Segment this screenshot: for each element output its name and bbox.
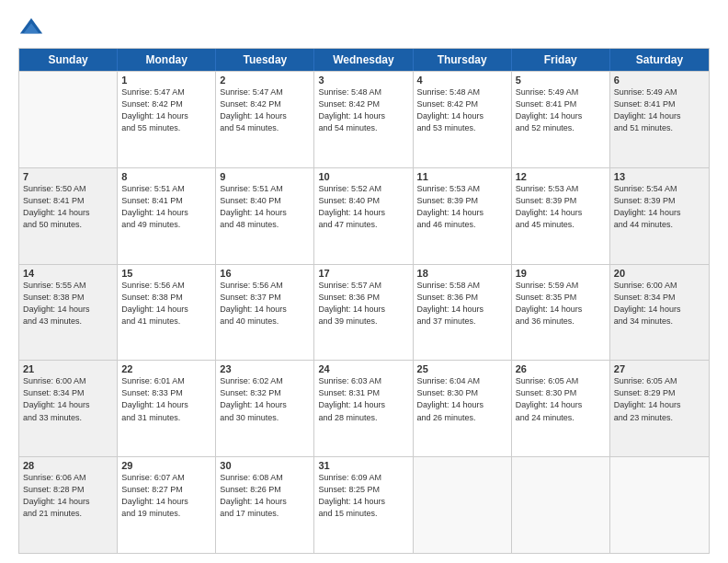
calendar-cell: 20Sunrise: 6:00 AM Sunset: 8:34 PM Dayli… (610, 265, 709, 361)
calendar-cell (19, 72, 118, 167)
day-number: 18 (417, 268, 507, 279)
day-number: 31 (318, 460, 408, 471)
calendar-cell: 22Sunrise: 6:01 AM Sunset: 8:33 PM Dayli… (118, 361, 216, 456)
day-info: Sunrise: 6:03 AM Sunset: 8:31 PM Dayligh… (318, 375, 408, 423)
day-info: Sunrise: 6:09 AM Sunset: 8:25 PM Dayligh… (318, 472, 408, 520)
day-info: Sunrise: 5:48 AM Sunset: 8:42 PM Dayligh… (417, 86, 507, 134)
day-number: 13 (614, 171, 705, 182)
calendar-cell: 18Sunrise: 5:58 AM Sunset: 8:36 PM Dayli… (414, 265, 512, 361)
day-number: 11 (417, 171, 507, 182)
weekday-header: Saturday (610, 49, 709, 71)
calendar-cell (610, 457, 709, 553)
calendar-cell: 29Sunrise: 6:07 AM Sunset: 8:27 PM Dayli… (118, 457, 216, 553)
day-number: 17 (318, 268, 408, 279)
calendar-cell: 3Sunrise: 5:48 AM Sunset: 8:42 PM Daylig… (314, 72, 413, 167)
day-info: Sunrise: 6:01 AM Sunset: 8:33 PM Dayligh… (121, 375, 211, 423)
day-info: Sunrise: 5:53 AM Sunset: 8:39 PM Dayligh… (417, 183, 507, 231)
day-number: 23 (220, 363, 310, 374)
calendar-row: 1Sunrise: 5:47 AM Sunset: 8:42 PM Daylig… (19, 71, 709, 167)
calendar-cell: 26Sunrise: 6:05 AM Sunset: 8:30 PM Dayli… (512, 361, 610, 456)
calendar-cell: 15Sunrise: 5:56 AM Sunset: 8:38 PM Dayli… (118, 265, 216, 361)
calendar-row: 21Sunrise: 6:00 AM Sunset: 8:34 PM Dayli… (19, 360, 709, 456)
calendar-cell: 25Sunrise: 6:04 AM Sunset: 8:30 PM Dayli… (414, 361, 512, 456)
day-info: Sunrise: 6:05 AM Sunset: 8:29 PM Dayligh… (614, 375, 705, 423)
weekday-header: Thursday (414, 49, 512, 71)
calendar-row: 7Sunrise: 5:50 AM Sunset: 8:41 PM Daylig… (19, 167, 709, 264)
calendar-row: 14Sunrise: 5:55 AM Sunset: 8:38 PM Dayli… (19, 264, 709, 361)
calendar-body: 1Sunrise: 5:47 AM Sunset: 8:42 PM Daylig… (19, 71, 709, 553)
calendar-cell: 10Sunrise: 5:52 AM Sunset: 8:40 PM Dayli… (314, 168, 413, 264)
day-number: 8 (121, 171, 211, 182)
logo (18, 15, 48, 40)
calendar-cell: 5Sunrise: 5:49 AM Sunset: 8:41 PM Daylig… (512, 72, 610, 167)
day-info: Sunrise: 5:51 AM Sunset: 8:41 PM Dayligh… (121, 183, 211, 231)
day-info: Sunrise: 6:07 AM Sunset: 8:27 PM Dayligh… (121, 472, 211, 520)
day-info: Sunrise: 5:56 AM Sunset: 8:37 PM Dayligh… (220, 280, 310, 327)
day-number: 26 (516, 363, 606, 374)
calendar-cell: 27Sunrise: 6:05 AM Sunset: 8:29 PM Dayli… (610, 361, 709, 456)
calendar-cell: 17Sunrise: 5:57 AM Sunset: 8:36 PM Dayli… (314, 265, 413, 361)
day-info: Sunrise: 6:06 AM Sunset: 8:28 PM Dayligh… (23, 472, 113, 520)
day-number: 21 (23, 363, 113, 374)
calendar: SundayMondayTuesdayWednesdayThursdayFrid… (18, 48, 710, 554)
day-number: 25 (417, 363, 507, 374)
calendar-cell: 21Sunrise: 6:00 AM Sunset: 8:34 PM Dayli… (19, 361, 118, 456)
calendar-cell: 19Sunrise: 5:59 AM Sunset: 8:35 PM Dayli… (512, 265, 610, 361)
calendar-cell: 28Sunrise: 6:06 AM Sunset: 8:28 PM Dayli… (19, 457, 118, 553)
day-info: Sunrise: 6:00 AM Sunset: 8:34 PM Dayligh… (23, 375, 113, 423)
calendar-cell: 4Sunrise: 5:48 AM Sunset: 8:42 PM Daylig… (414, 72, 512, 167)
page: SundayMondayTuesdayWednesdayThursdayFrid… (0, 0, 728, 563)
day-number: 4 (417, 75, 507, 86)
day-info: Sunrise: 5:47 AM Sunset: 8:42 PM Dayligh… (220, 86, 310, 134)
day-info: Sunrise: 5:54 AM Sunset: 8:39 PM Dayligh… (614, 183, 705, 231)
day-info: Sunrise: 5:49 AM Sunset: 8:41 PM Dayligh… (614, 86, 705, 134)
header (18, 15, 710, 40)
day-number: 30 (220, 460, 310, 471)
weekday-header: Monday (118, 49, 216, 71)
day-number: 28 (23, 460, 113, 471)
day-number: 29 (121, 460, 211, 471)
weekday-header: Friday (512, 49, 610, 71)
day-number: 9 (220, 171, 310, 182)
day-info: Sunrise: 6:00 AM Sunset: 8:34 PM Dayligh… (614, 280, 705, 327)
calendar-cell: 7Sunrise: 5:50 AM Sunset: 8:41 PM Daylig… (19, 168, 118, 264)
calendar-cell: 16Sunrise: 5:56 AM Sunset: 8:37 PM Dayli… (216, 265, 314, 361)
logo-icon (18, 15, 44, 40)
day-number: 16 (220, 268, 310, 279)
calendar-header: SundayMondayTuesdayWednesdayThursdayFrid… (19, 49, 709, 71)
day-number: 14 (23, 268, 113, 279)
day-info: Sunrise: 5:57 AM Sunset: 8:36 PM Dayligh… (318, 280, 408, 327)
calendar-cell (414, 457, 512, 553)
weekday-header: Tuesday (216, 49, 314, 71)
day-number: 3 (318, 75, 408, 86)
day-number: 7 (23, 171, 113, 182)
calendar-cell: 2Sunrise: 5:47 AM Sunset: 8:42 PM Daylig… (216, 72, 314, 167)
day-info: Sunrise: 6:02 AM Sunset: 8:32 PM Dayligh… (220, 375, 310, 423)
day-info: Sunrise: 5:59 AM Sunset: 8:35 PM Dayligh… (516, 280, 606, 327)
calendar-cell: 12Sunrise: 5:53 AM Sunset: 8:39 PM Dayli… (512, 168, 610, 264)
day-info: Sunrise: 5:51 AM Sunset: 8:40 PM Dayligh… (220, 183, 310, 231)
day-info: Sunrise: 6:08 AM Sunset: 8:26 PM Dayligh… (220, 472, 310, 520)
day-info: Sunrise: 5:49 AM Sunset: 8:41 PM Dayligh… (516, 86, 606, 134)
weekday-header: Sunday (19, 49, 118, 71)
day-number: 15 (121, 268, 211, 279)
day-number: 22 (121, 363, 211, 374)
day-number: 20 (614, 268, 705, 279)
day-number: 12 (516, 171, 606, 182)
day-number: 5 (516, 75, 606, 86)
weekday-header: Wednesday (314, 49, 413, 71)
calendar-row: 28Sunrise: 6:06 AM Sunset: 8:28 PM Dayli… (19, 456, 709, 553)
day-number: 1 (121, 75, 211, 86)
day-info: Sunrise: 5:47 AM Sunset: 8:42 PM Dayligh… (121, 86, 211, 134)
day-number: 2 (220, 75, 310, 86)
day-info: Sunrise: 5:55 AM Sunset: 8:38 PM Dayligh… (23, 280, 113, 327)
calendar-cell: 30Sunrise: 6:08 AM Sunset: 8:26 PM Dayli… (216, 457, 314, 553)
day-info: Sunrise: 5:48 AM Sunset: 8:42 PM Dayligh… (318, 86, 408, 134)
calendar-cell: 13Sunrise: 5:54 AM Sunset: 8:39 PM Dayli… (610, 168, 709, 264)
calendar-cell: 24Sunrise: 6:03 AM Sunset: 8:31 PM Dayli… (314, 361, 413, 456)
calendar-cell: 14Sunrise: 5:55 AM Sunset: 8:38 PM Dayli… (19, 265, 118, 361)
day-info: Sunrise: 6:05 AM Sunset: 8:30 PM Dayligh… (516, 375, 606, 423)
day-number: 10 (318, 171, 408, 182)
calendar-cell: 23Sunrise: 6:02 AM Sunset: 8:32 PM Dayli… (216, 361, 314, 456)
day-info: Sunrise: 5:52 AM Sunset: 8:40 PM Dayligh… (318, 183, 408, 231)
